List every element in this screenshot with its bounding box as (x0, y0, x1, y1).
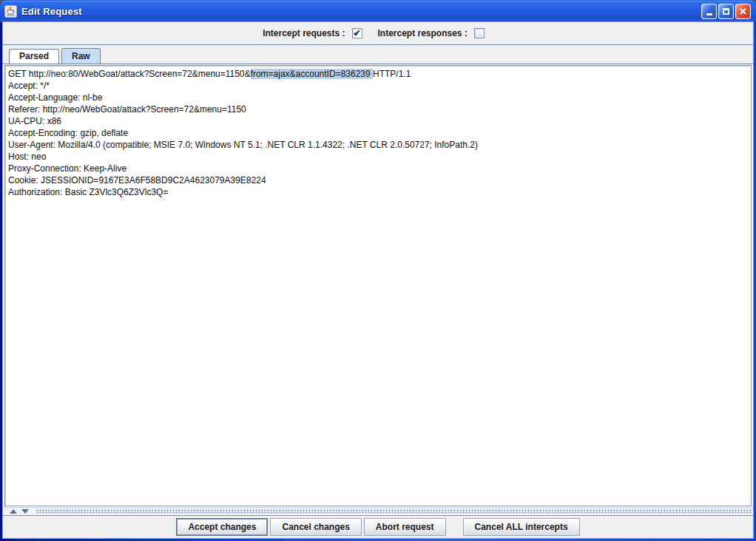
accept-changes-button[interactable]: Accept changes (176, 518, 268, 536)
cancel-all-intercepts-button[interactable]: Cancel ALL intercepts (463, 518, 580, 536)
tab-raw[interactable]: Raw (61, 48, 101, 64)
edit-request-window: Edit Request ✕ Intercept requests : ✔ In… (0, 0, 756, 541)
titlebar[interactable]: Edit Request ✕ (0, 0, 756, 22)
collapse-down-icon[interactable] (21, 509, 29, 514)
request-header-line: Cookie: JSESSIONID=9167E3A6F58BD9C2A4623… (8, 174, 749, 186)
tab-content: GET http://neo:80/WebGoat/attack?Screen=… (3, 64, 753, 507)
window-title: Edit Request (21, 6, 700, 17)
maximize-icon (723, 8, 729, 15)
footer-button-bar: Accept changes Cancel changes Abort requ… (3, 516, 753, 538)
request-url-before-selection: GET http://neo:80/WebGoat/attack?Screen=… (8, 69, 251, 79)
minimize-icon (706, 13, 712, 16)
java-app-icon (4, 5, 17, 18)
window-body: Intercept requests : ✔ Intercept respons… (3, 22, 753, 538)
abort-request-button[interactable]: Abort request (364, 518, 446, 536)
request-url-after-selection: HTTP/1.1 (373, 69, 411, 79)
request-header-line: Accept-Encoding: gzip, deflate (8, 127, 749, 139)
request-header-line: Accept-Language: nl-be (8, 92, 749, 103)
request-header-line: User-Agent: Mozilla/4.0 (compatible; MSI… (8, 139, 749, 151)
intercept-responses-checkbox[interactable]: ✔ (474, 28, 485, 38)
intercept-options-bar: Intercept requests : ✔ Intercept respons… (3, 22, 753, 45)
divider-grip[interactable] (36, 509, 752, 514)
close-button[interactable]: ✕ (735, 4, 751, 19)
cancel-changes-button[interactable]: Cancel changes (270, 518, 361, 536)
raw-request-editor[interactable]: GET http://neo:80/WebGoat/attack?Screen=… (4, 65, 752, 506)
request-header-line: Proxy-Connection: Keep-Alive (8, 163, 749, 174)
collapse-up-icon[interactable] (10, 509, 17, 514)
minimize-button[interactable] (701, 4, 717, 19)
close-icon: ✕ (739, 7, 747, 16)
intercept-requests-label: Intercept requests : (263, 28, 345, 38)
request-header-line: Referer: http://neo/WebGoat/attack?Scree… (8, 103, 749, 115)
request-headers: Accept: */*Accept-Language: nl-beReferer… (8, 80, 749, 198)
request-header-line: Authorization: Basic Z3Vlc3Q6Z3Vlc3Q= (8, 186, 749, 198)
request-line-first: GET http://neo:80/WebGoat/attack?Screen=… (8, 68, 749, 80)
request-header-line: Host: neo (8, 151, 749, 163)
checkmark-icon: ✔ (353, 30, 360, 37)
maximize-button[interactable] (718, 4, 734, 19)
request-header-line: UA-CPU: x86 (8, 115, 749, 127)
intercept-responses-label: Intercept responses : (378, 28, 468, 38)
selected-text: from=ajax&accountID=836239 (251, 69, 373, 79)
split-pane-divider[interactable] (3, 507, 753, 516)
tab-parsed[interactable]: Parsed (9, 49, 59, 64)
request-header-line: Accept: */* (8, 80, 749, 92)
tab-strip: Parsed Raw (3, 45, 753, 64)
intercept-requests-checkbox[interactable]: ✔ (352, 28, 362, 38)
